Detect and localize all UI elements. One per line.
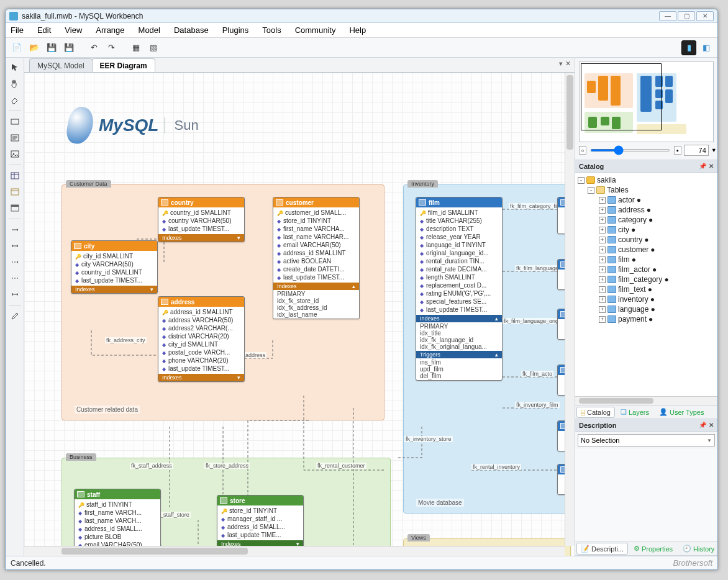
relation-1n-tool[interactable] — [7, 222, 22, 237]
menubar: File Edit View Arrange Model Database Pl… — [6, 23, 717, 38]
menu-community[interactable]: Community — [295, 25, 336, 35]
routine-tool[interactable] — [7, 201, 22, 215]
catalog-panel-header: Catalog 📌✕ — [575, 160, 717, 173]
logo-area: MySQL Sun — [68, 91, 248, 160]
menu-arrange[interactable]: Arrange — [96, 25, 124, 35]
redo-button[interactable]: ↷ — [104, 40, 119, 55]
edit-tool[interactable] — [7, 309, 22, 324]
canvas-hscroll[interactable] — [24, 546, 565, 556]
catalog-tree[interactable]: -sakila -Tables +actor ● +address ● +cat… — [575, 173, 717, 396]
table-address[interactable]: address address_id SMALLINT address VARC… — [158, 296, 245, 382]
mysql-logo-text: MySQL — [99, 116, 158, 135]
sun-logo-text: Sun — [165, 117, 198, 134]
table-film[interactable]: film film_id SMALLINT title VARCHAR(255)… — [416, 197, 503, 381]
zoom-slider[interactable] — [590, 149, 670, 152]
terminal-icon[interactable]: ▮ — [681, 40, 696, 55]
watermark: Brothersoft — [673, 558, 712, 568]
table-city[interactable]: city city_id SMALLINT city VARCHAR(50) c… — [71, 240, 158, 294]
layer-tool[interactable] — [7, 114, 22, 129]
menu-view[interactable]: View — [65, 25, 82, 35]
titlebar: sakila_full.mwb - MySQL Workbench — ▢ ✕ — [6, 9, 717, 23]
eraser-tool[interactable] — [7, 93, 22, 107]
window-title: sakila_full.mwb - MySQL Workbench — [22, 12, 143, 20]
zoom-value[interactable] — [684, 145, 709, 156]
svg-rect-7 — [11, 205, 19, 207]
right-sidebar: ▫ ▪ ▼ Catalog 📌✕ -sakila -Tables +actor … — [575, 58, 717, 556]
zoom-in-icon[interactable]: ▪ — [674, 146, 681, 155]
view-tool[interactable] — [7, 184, 22, 199]
save-button[interactable]: 💾 — [44, 40, 59, 55]
relation-1n-id-tool[interactable] — [7, 255, 22, 270]
minimize-button[interactable]: — — [659, 11, 676, 21]
image-tool[interactable] — [7, 147, 22, 161]
tab-mysql-model[interactable]: MySQL Model — [29, 58, 93, 72]
pin-icon[interactable]: 📌 — [699, 422, 706, 428]
undo-button[interactable]: ↶ — [86, 40, 101, 55]
bottom-tab-catalog[interactable]: ⌸Catalog — [576, 407, 615, 418]
statusbar: Cancelled. Brothersoft — [6, 556, 717, 569]
canvas-vscroll[interactable] — [565, 73, 575, 546]
tab-dropdown-icon[interactable]: ▾ — [559, 60, 563, 68]
hand-tool[interactable] — [7, 76, 22, 91]
zoom-out-icon[interactable]: ▫ — [579, 146, 586, 155]
svg-rect-5 — [11, 189, 19, 195]
pointer-tool[interactable] — [7, 60, 22, 75]
right-tab-history[interactable]: 🕘History — [678, 543, 719, 555]
maximize-button[interactable]: ▢ — [678, 11, 695, 21]
right-tab-description[interactable]: 📝Descripti... — [576, 543, 628, 555]
open-file-button[interactable]: 📂 — [27, 40, 42, 55]
table-tool[interactable] — [7, 168, 22, 183]
status-text: Cancelled. — [11, 559, 46, 568]
save-as-button[interactable]: 💾 — [61, 40, 76, 55]
panel-close-icon[interactable]: ✕ — [709, 163, 714, 170]
diagram-canvas[interactable]: MySQL Sun Customer Data Customer related… — [24, 73, 575, 556]
sidebar-toggle-icon[interactable]: ◧ — [699, 40, 714, 55]
app-window: sakila_full.mwb - MySQL Workbench — ▢ ✕ … — [5, 9, 718, 570]
relation-11-tool[interactable] — [7, 238, 22, 253]
main-toolbar: 📄 📂 💾 💾 ↶ ↷ ▦ ▧ ▮ ◧ — [6, 38, 717, 58]
note-tool[interactable] — [7, 130, 22, 145]
tab-close-icon[interactable]: ✕ — [565, 60, 571, 68]
tab-eer-diagram[interactable]: EER Diagram — [92, 58, 155, 72]
app-icon — [9, 12, 18, 20]
svg-rect-0 — [11, 119, 19, 124]
menu-tools[interactable]: Tools — [262, 25, 281, 35]
menu-database[interactable]: Database — [174, 25, 209, 35]
grid-toggle-button[interactable]: ▦ — [129, 40, 143, 55]
table-store[interactable]: store store_id TINYINT manager_staff_id … — [217, 495, 304, 548]
navigator-panel: ▫ ▪ ▼ — [575, 58, 717, 160]
left-toolbar — [6, 58, 24, 556]
mysql-dolphin-icon — [65, 105, 96, 146]
menu-help[interactable]: Help — [349, 25, 366, 35]
svg-rect-4 — [11, 173, 19, 179]
description-panel-header: Description 📌✕ — [575, 419, 717, 432]
table-customer[interactable]: customer customer_id SMALL... store_id T… — [273, 197, 360, 319]
new-file-button[interactable]: 📄 — [9, 40, 24, 55]
relation-nm-tool[interactable] — [7, 287, 22, 302]
pin-icon[interactable]: 📌 — [699, 163, 706, 170]
close-button[interactable]: ✕ — [696, 11, 714, 21]
right-tab-properties[interactable]: ⚙Properties — [629, 543, 677, 555]
snap-toggle-button[interactable]: ▧ — [146, 40, 161, 55]
svg-rect-2 — [11, 151, 19, 157]
document-tabs: MySQL Model EER Diagram ▾ ✕ — [24, 58, 575, 73]
bottom-tab-layers[interactable]: ❏Layers — [616, 406, 653, 418]
zoom-dropdown-icon[interactable]: ▼ — [711, 147, 717, 153]
description-body — [575, 449, 717, 541]
minimap[interactable] — [579, 61, 714, 142]
catalog-hscroll[interactable] — [575, 396, 717, 405]
menu-edit[interactable]: Edit — [37, 25, 51, 35]
description-select[interactable]: No Selection — [578, 434, 715, 446]
bottom-tab-usertypes[interactable]: 👤User Types — [655, 406, 708, 418]
menu-file[interactable]: File — [11, 25, 24, 35]
relation-11-id-tool[interactable] — [7, 271, 22, 286]
menu-plugins[interactable]: Plugins — [222, 25, 249, 35]
menu-model[interactable]: Model — [139, 25, 160, 35]
panel-close-icon[interactable]: ✕ — [709, 422, 714, 428]
table-country[interactable]: country country_id SMALLINT country VARC… — [158, 197, 245, 242]
